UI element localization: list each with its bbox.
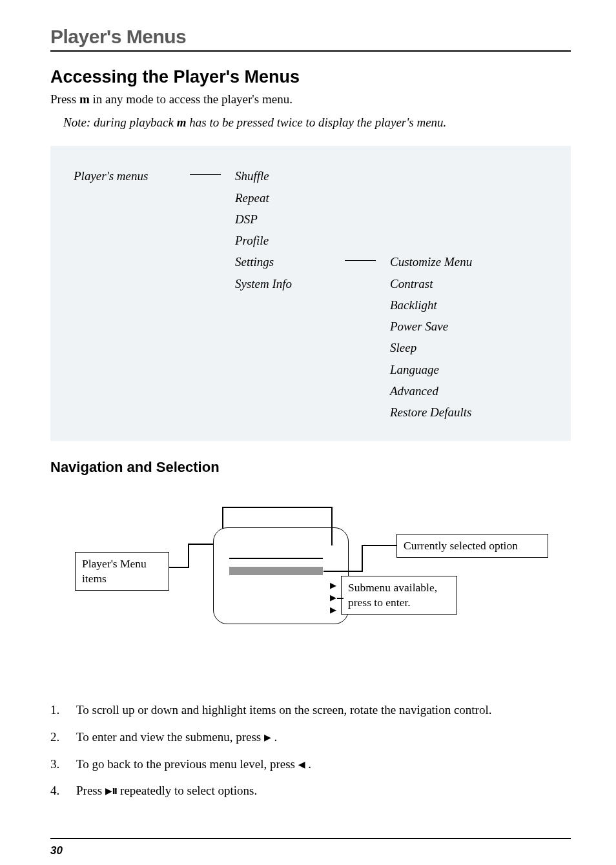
text: To scroll up or down and highlight items…	[76, 703, 491, 717]
connector-line	[331, 507, 333, 545]
menu-item: Profile	[235, 230, 345, 251]
menu-item: Shuffle	[235, 165, 345, 187]
text: Note: during playback	[63, 116, 177, 129]
play-pause-icon: ▶II	[105, 785, 117, 797]
page-number: 30	[50, 844, 571, 857]
text: in any mode to access the player's menu.	[90, 92, 293, 106]
divider	[50, 50, 571, 52]
right-arrow-icon: ▶	[330, 593, 336, 602]
screen-frame: ▶ ▶ ▶	[213, 527, 349, 624]
diagram-label-bottom-right: Submenu available, press to enter.	[341, 576, 457, 615]
connector-line	[362, 545, 397, 546]
right-arrow-icon: ▶	[264, 731, 271, 744]
text: .	[305, 757, 312, 771]
steps-list: To scroll up or down and highlight items…	[50, 702, 571, 799]
left-arrow-icon: ◀	[298, 758, 305, 771]
menu-item: Repeat	[235, 187, 345, 209]
connector-line	[188, 544, 214, 545]
menu-item: Backlight	[390, 294, 519, 316]
menu-item: Sleep	[390, 337, 519, 358]
text: To enter and view the submenu, press	[76, 730, 264, 744]
connector-line	[169, 567, 189, 568]
connector-line	[345, 260, 376, 261]
text: Press	[76, 784, 105, 797]
menu-item: System Info	[235, 273, 345, 294]
menu-root-label: Player's menus	[74, 165, 190, 187]
diagram-label-left: Player's Menu items	[75, 552, 169, 591]
menu-tree-diagram: Player's menus Shuffle Repeat DSP Profil…	[50, 146, 571, 441]
menu-level1: Shuffle Repeat DSP Profile Settings Syst…	[235, 165, 345, 423]
text: .	[271, 730, 278, 744]
menu-item: DSP	[235, 209, 345, 230]
key-m: m	[79, 92, 90, 106]
diagram-label-top-right: Currently selected option	[396, 534, 548, 558]
text: Press	[50, 92, 79, 106]
menu-item: Advanced	[390, 380, 519, 402]
connector-line	[323, 571, 362, 572]
menu-item: Customize Menu	[390, 251, 519, 272]
connector-line	[222, 507, 223, 529]
menu-item: Power Save	[390, 316, 519, 337]
connector-line	[362, 545, 363, 572]
divider	[50, 838, 571, 839]
navigation-diagram: Player's Menu items ▶ ▶ ▶ Currently sele…	[50, 502, 571, 682]
text: has to be pressed twice to display the p…	[187, 116, 447, 129]
right-arrow-icon: ▶	[330, 605, 336, 615]
screen-content-line	[229, 558, 323, 559]
key-m: m	[177, 116, 187, 129]
menu-item: Contrast	[390, 273, 519, 294]
step-item: To scroll up or down and highlight items…	[50, 702, 571, 718]
text: repeatedly to select options.	[117, 784, 257, 797]
right-arrow-icon: ▶	[330, 580, 336, 590]
menu-item: Settings	[235, 251, 345, 272]
menu-item: Restore Defaults	[390, 402, 519, 423]
subsection-title: Navigation and Selection	[50, 459, 571, 476]
connector-line	[188, 544, 189, 568]
note-paragraph: Note: during playback m has to be presse…	[63, 114, 571, 131]
menu-level2: Customize Menu Contrast Backlight Power …	[390, 165, 519, 423]
step-item: To enter and view the submenu, press ▶ .	[50, 729, 571, 746]
section-title: Accessing the Player's Menus	[50, 67, 571, 87]
intro-paragraph: Press m in any mode to access the player…	[50, 91, 571, 108]
connector-line	[337, 598, 344, 599]
step-item: To go back to the previous menu level, p…	[50, 756, 571, 773]
connector-line	[190, 174, 221, 175]
connector-line	[222, 507, 332, 508]
chapter-title: Player's Menus	[50, 26, 571, 48]
text: To go back to the previous menu level, p…	[76, 757, 298, 771]
step-item: Press ▶II repeatedly to select options.	[50, 782, 571, 799]
menu-item: Language	[390, 359, 519, 380]
screen-highlight-bar	[229, 567, 323, 575]
